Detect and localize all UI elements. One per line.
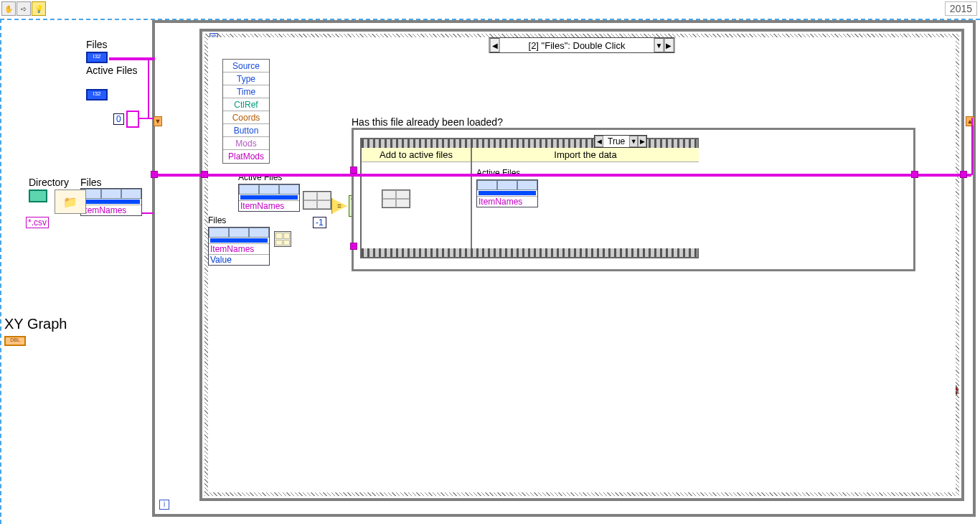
event-field-platmods[interactable]: PlatMods bbox=[223, 150, 269, 163]
files-propnode2-label: Files bbox=[208, 215, 226, 225]
event-case-name[interactable]: [2] "Files": Double Click bbox=[500, 40, 654, 51]
case-selector[interactable]: ◀ True ▼ ▶ bbox=[594, 135, 647, 148]
event-field-source[interactable]: Source bbox=[223, 60, 269, 72]
files2-property-itemnames[interactable]: ItemNames bbox=[209, 243, 269, 254]
tunnel bbox=[151, 171, 158, 178]
files-control-terminal[interactable] bbox=[86, 52, 108, 63]
tunnel bbox=[201, 171, 208, 178]
tunnel bbox=[960, 171, 967, 178]
event-field-mods[interactable]: Mods bbox=[223, 137, 269, 150]
event-data-cluster[interactable]: Source Type Time CtlRef Coords Button Mo… bbox=[222, 59, 270, 164]
frame2-property-itemnames[interactable]: ItemNames bbox=[477, 196, 537, 207]
sequence-frame-2[interactable]: Import the data Active Files ItemNames bbox=[472, 148, 699, 248]
directory-path-terminal[interactable] bbox=[29, 190, 47, 202]
files-property-node[interactable]: ItemNames bbox=[80, 188, 142, 216]
file-pattern-constant[interactable]: *.csv bbox=[26, 217, 49, 228]
tunnel bbox=[350, 167, 357, 174]
tunnel bbox=[911, 171, 918, 178]
event-case-selector[interactable]: ◀ [2] "Files": Double Click ▼ ▶ bbox=[489, 37, 675, 53]
directory-control-label: Directory bbox=[29, 177, 69, 188]
files2-property-value[interactable]: Value bbox=[209, 254, 269, 265]
index-array-node[interactable] bbox=[126, 111, 139, 128]
block-diagram-boundary-left bbox=[0, 19, 1, 524]
case-structure-comment: Has this file already been loaded? bbox=[352, 116, 503, 128]
numeric-constant-0[interactable]: 0 bbox=[113, 113, 124, 125]
files-control-label: Files bbox=[86, 39, 108, 50]
index-array-node-2[interactable] bbox=[274, 231, 291, 247]
wire bbox=[154, 174, 971, 177]
files-property-node-2[interactable]: ItemNames Value bbox=[208, 227, 270, 266]
case-next[interactable]: ▶ bbox=[638, 136, 646, 147]
shift-register-right[interactable]: ▲ bbox=[966, 116, 974, 126]
list-folder-contents-vi[interactable]: 📁 bbox=[55, 190, 86, 214]
tunnel bbox=[350, 243, 357, 250]
case-dropdown[interactable]: ▼ bbox=[629, 136, 638, 147]
event-case-next[interactable]: ▶ bbox=[664, 38, 674, 52]
sequence-frame-1[interactable]: Add to active files bbox=[362, 148, 472, 248]
active-files-control-label: Active Files bbox=[86, 65, 138, 76]
pan-tool-button[interactable]: ✋ bbox=[1, 1, 16, 16]
active-files-control-terminal[interactable] bbox=[86, 89, 108, 100]
numeric-constant-minus1[interactable]: -1 bbox=[313, 217, 326, 228]
files-propnode-label: Files bbox=[80, 177, 102, 188]
event-field-ctlref[interactable]: CtlRef bbox=[223, 98, 269, 111]
wire bbox=[139, 118, 154, 119]
block-diagram-toolbar: ✋ ➪ 💡 bbox=[1, 1, 46, 16]
sequence-frame2-title: Import the data bbox=[472, 148, 699, 162]
event-field-coords[interactable]: Coords bbox=[223, 111, 269, 124]
loop-iteration-terminal[interactable]: i bbox=[159, 500, 169, 510]
wire bbox=[148, 57, 149, 119]
case-prev[interactable]: ◀ bbox=[595, 136, 603, 147]
shift-register-left[interactable]: ▼ bbox=[154, 116, 162, 126]
run-arrow-button[interactable]: ➪ bbox=[17, 1, 31, 16]
event-case-prev[interactable]: ◀ bbox=[490, 38, 500, 52]
event-case-dropdown[interactable]: ▼ bbox=[654, 38, 664, 52]
sequence-frame1-title: Add to active files bbox=[362, 148, 471, 162]
active-files-property-node[interactable]: ItemNames bbox=[238, 184, 300, 212]
wire bbox=[142, 212, 154, 214]
case-value[interactable]: True bbox=[603, 136, 629, 146]
event-field-type[interactable]: Type bbox=[223, 72, 269, 85]
highlight-execution-button[interactable]: 💡 bbox=[32, 1, 46, 16]
wire bbox=[971, 118, 973, 175]
xy-graph-label: XY Graph bbox=[4, 316, 67, 332]
active-files-property-itemnames[interactable]: ItemNames bbox=[239, 200, 299, 211]
event-field-time[interactable]: Time bbox=[223, 85, 269, 98]
xy-graph-terminal[interactable] bbox=[4, 336, 26, 346]
files-property-itemnames[interactable]: ItemNames bbox=[81, 205, 141, 215]
flat-sequence-structure[interactable]: Add to active files Import the data Acti… bbox=[360, 138, 699, 258]
frame2-active-files-propnode[interactable]: ItemNames bbox=[476, 179, 538, 207]
build-array-node[interactable] bbox=[382, 190, 410, 208]
search-1d-array-node[interactable] bbox=[303, 191, 331, 210]
labview-version-tag: 2015 bbox=[945, 1, 977, 16]
event-field-button[interactable]: Button bbox=[223, 124, 269, 137]
